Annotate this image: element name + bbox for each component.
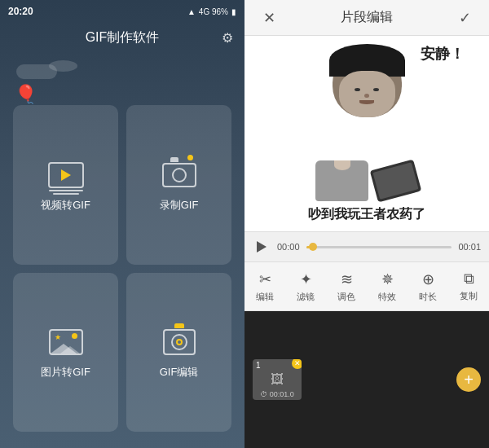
app-title-bar: GIF制作软件 ⚙ (0, 23, 244, 56)
frame-image-icon: 🖼 (271, 372, 284, 387)
duration-label: 时长 (419, 291, 437, 303)
gif-icon-box (163, 329, 196, 355)
meme-torso (315, 160, 368, 201)
video-to-gif-icon (46, 160, 86, 190)
color-label: 调色 (337, 291, 355, 303)
meme-phone-screen (372, 162, 418, 200)
tool-effect[interactable]: ✵ 特效 (373, 267, 401, 306)
segment-edit-title: 片段编辑 (341, 9, 393, 26)
gif-circle-outer (171, 334, 187, 350)
record-gif-icon (160, 160, 199, 190)
cloud-2 (49, 60, 77, 72)
close-button[interactable]: ✕ (258, 7, 280, 29)
feature-gif-edit[interactable]: GIF编辑 (126, 273, 231, 433)
star-icon: ★ (55, 333, 61, 341)
left-panel: 20:20 ▲ 4G 96% ▮ GIF制作软件 ⚙ 🎈 视频转GIF (0, 0, 244, 448)
meme-nose (364, 94, 369, 98)
playback-bar: 00:00 00:01 (244, 231, 489, 262)
right-panel: ✕ 片段编辑 ✓ 安静！ (244, 0, 489, 448)
gif-edit-label: GIF编辑 (160, 365, 199, 380)
frame-delete-button[interactable]: ✕ (292, 359, 302, 369)
gif-edit-icon (160, 327, 199, 357)
meme-eye-left (355, 88, 360, 91)
features-grid: 视频转GIF 录制GIF ★ 图 (0, 105, 244, 432)
video-line-2 (53, 193, 79, 195)
image-icon-box: ★ (49, 329, 83, 355)
feature-video-to-gif[interactable]: 视频转GIF (13, 105, 118, 265)
record-gif-label: 录制GIF (160, 198, 199, 213)
sky-decoration: 🎈 (0, 56, 244, 105)
gif-circle-inner (176, 339, 183, 345)
signal-icon: ▲ (187, 7, 196, 16)
cam-top (170, 157, 178, 162)
meme-container: 安静！ (244, 36, 489, 231)
filter-label: 滤镜 (297, 291, 315, 303)
progress-thumb[interactable] (309, 243, 317, 251)
frame-time: ⏱ 00:01.0 (254, 390, 300, 398)
settings-icon[interactable]: ⚙ (222, 30, 233, 46)
tool-edit[interactable]: ✂ 编辑 (251, 267, 279, 306)
copy-icon: ⧉ (464, 270, 474, 288)
tool-filter[interactable]: ✦ 滤镜 (292, 267, 319, 306)
meme-text-top: 安静！ (421, 44, 465, 64)
feature-image-to-gif[interactable]: ★ 图片转GIF (13, 273, 118, 433)
meme-text-bottom: 吵到我玩王者农药了 (308, 206, 425, 223)
play-button[interactable] (253, 238, 271, 256)
progress-track[interactable] (306, 246, 452, 248)
confirm-button[interactable]: ✓ (453, 7, 476, 29)
mountain-icon-2 (60, 346, 80, 354)
status-bar: 20:20 ▲ 4G 96% ▮ (0, 0, 244, 23)
tool-copy[interactable]: ⧉ 复制 (455, 267, 482, 305)
meme-head (333, 48, 402, 117)
cam-dot (187, 155, 193, 160)
battery-icon: ▮ (231, 7, 236, 16)
video-icon-box (48, 162, 84, 188)
add-frame-icon: + (464, 371, 474, 389)
tool-color[interactable]: ≋ 调色 (333, 267, 360, 306)
meme-eyes (355, 88, 379, 91)
edit-label: 编辑 (256, 291, 274, 303)
image-to-gif-icon: ★ (46, 327, 86, 357)
edit-icon: ✂ (259, 270, 271, 288)
effect-label: 特效 (378, 291, 396, 303)
color-icon: ≋ (341, 270, 353, 288)
meme-eye-right (373, 88, 379, 91)
right-header: ✕ 片段编辑 ✓ (244, 0, 489, 36)
time-end: 00:01 (458, 242, 481, 252)
sun-icon (72, 333, 77, 339)
effect-icon: ✵ (381, 270, 394, 288)
add-frame-button[interactable]: + (456, 367, 481, 392)
meme-mouth (359, 100, 374, 104)
image-to-gif-label: 图片转GIF (41, 365, 90, 380)
gif-top (174, 323, 184, 328)
video-to-gif-label: 视频转GIF (41, 198, 90, 213)
filter-icon: ✦ (300, 270, 312, 288)
status-time: 20:20 (8, 6, 33, 17)
time-start: 00:00 (277, 242, 300, 252)
video-line-1 (49, 190, 83, 191)
camera-icon-box (162, 163, 196, 187)
tool-bar: ✂ 编辑 ✦ 滤镜 ≋ 调色 ✵ 特效 ⊕ 时长 ⧉ 复制 (244, 262, 489, 311)
tool-duration[interactable]: ⊕ 时长 (414, 267, 442, 306)
play-triangle-icon (257, 241, 267, 253)
feature-record-gif[interactable]: 录制GIF (126, 105, 231, 265)
meme-face (339, 71, 395, 117)
hot-air-balloon-icon: 🎈 (15, 84, 37, 105)
status-right: ▲ 4G 96% ▮ (187, 7, 236, 16)
copy-label: 复制 (460, 290, 478, 302)
app-title: GIF制作软件 (86, 29, 160, 46)
gif-preview: 安静！ (244, 36, 489, 231)
frame-number: 1 (256, 361, 261, 370)
signal-text: 4G 96% (199, 7, 228, 16)
meme-phone (370, 160, 421, 203)
duration-icon: ⊕ (422, 270, 434, 288)
meme-collar (334, 160, 350, 170)
timeline-area: 1 🖼 ⏱ 00:01.0 ✕ + (244, 311, 489, 448)
timeline-frame-1[interactable]: 1 🖼 ⏱ 00:01.0 ✕ (253, 359, 302, 400)
